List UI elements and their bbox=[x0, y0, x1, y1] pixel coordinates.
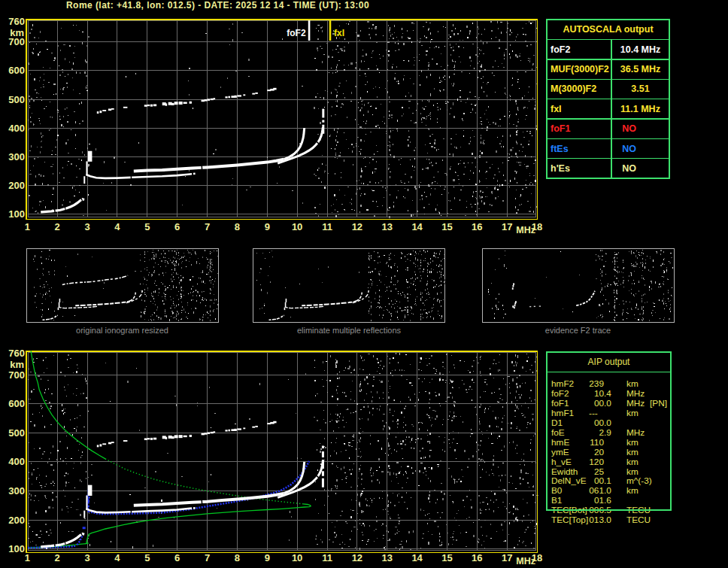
bottom-ionogram-plot: 123456789101112131415161718MHz1002003004… bbox=[0, 331, 548, 568]
svg-text:3: 3 bbox=[84, 221, 89, 232]
svg-text:700: 700 bbox=[8, 36, 25, 47]
svg-text:6: 6 bbox=[174, 221, 180, 232]
svg-text:8: 8 bbox=[235, 221, 240, 232]
autoscala-table-grid bbox=[546, 19, 670, 179]
thumbnail-evidence-f2-trace bbox=[482, 248, 675, 323]
svg-text:8: 8 bbox=[235, 552, 240, 563]
aip-param-unit: TECU bbox=[626, 515, 650, 525]
svg-text:600: 600 bbox=[8, 398, 25, 409]
svg-text:km: km bbox=[10, 359, 24, 370]
svg-text:17: 17 bbox=[502, 221, 512, 232]
noise-dots bbox=[28, 21, 538, 218]
svg-text:6: 6 bbox=[174, 552, 180, 563]
aip-param-value-int: 013 bbox=[589, 515, 604, 525]
svg-text:fxI: fxI bbox=[334, 28, 344, 38]
svg-text:300: 300 bbox=[8, 485, 25, 497]
svg-text:14: 14 bbox=[411, 221, 423, 232]
svg-text:4: 4 bbox=[114, 221, 120, 232]
aip-output-table: AIP output hmF2239kmfoF210.4MHzfoF100.0M… bbox=[547, 352, 671, 520]
svg-text:1: 1 bbox=[25, 552, 30, 563]
plot-frame: 123456789101112131415161718MHz1002003004… bbox=[8, 16, 542, 235]
svg-text:11: 11 bbox=[322, 552, 332, 563]
svg-text:10: 10 bbox=[292, 221, 302, 232]
axis-tick-labels: 123456789101112131415161718MHz1002003004… bbox=[8, 16, 542, 235]
svg-text:12: 12 bbox=[352, 552, 362, 563]
svg-text:14: 14 bbox=[411, 552, 423, 563]
svg-text:16: 16 bbox=[472, 221, 482, 232]
svg-text:17: 17 bbox=[502, 552, 512, 563]
profile-and-fit-curves bbox=[28, 351, 311, 548]
svg-text:MHz: MHz bbox=[516, 556, 535, 566]
svg-text:9: 9 bbox=[265, 221, 270, 232]
svg-text:5: 5 bbox=[144, 221, 150, 232]
svg-text:4: 4 bbox=[114, 552, 120, 563]
ionogram-traces bbox=[41, 88, 323, 212]
svg-text:1: 1 bbox=[25, 221, 30, 232]
svg-text:km: km bbox=[10, 27, 24, 38]
aip-param-label: TEC[Top] bbox=[547, 515, 589, 525]
grid-lines bbox=[28, 353, 535, 551]
noise-dots bbox=[28, 353, 538, 551]
frequency-markers: foF2fxI bbox=[287, 20, 344, 41]
autoscala-output-table: AUTOSCALA output foF210.4 MHzMUF(3000)F2… bbox=[547, 20, 669, 178]
autoscala-screen: Rome (lat: +41.8, lon: 012.5) - DATE: 20… bbox=[0, 0, 728, 568]
grid-lines bbox=[28, 21, 535, 217]
svg-text:100: 100 bbox=[8, 208, 25, 220]
svg-text:15: 15 bbox=[441, 221, 452, 232]
svg-text:200: 200 bbox=[8, 180, 25, 191]
svg-text:500: 500 bbox=[8, 427, 25, 439]
svg-text:foF2: foF2 bbox=[287, 28, 306, 38]
plot-frame: 123456789101112131415161718MHz1002003004… bbox=[8, 348, 542, 566]
svg-text:10: 10 bbox=[292, 552, 302, 563]
svg-text:3: 3 bbox=[84, 552, 89, 563]
svg-text:12: 12 bbox=[352, 221, 362, 232]
svg-text:400: 400 bbox=[8, 123, 25, 134]
svg-text:5: 5 bbox=[144, 552, 150, 563]
svg-text:200: 200 bbox=[8, 515, 25, 526]
svg-text:15: 15 bbox=[441, 552, 452, 563]
svg-text:300: 300 bbox=[8, 151, 25, 163]
svg-text:11: 11 bbox=[322, 221, 332, 232]
top-ionogram-plot: 123456789101112131415161718MHz1002003004… bbox=[0, 0, 548, 239]
svg-text:13: 13 bbox=[382, 221, 393, 232]
svg-text:7: 7 bbox=[205, 221, 210, 232]
aip-param-value-frac: .0 bbox=[604, 515, 626, 525]
svg-text:16: 16 bbox=[472, 552, 482, 563]
aip-table-grid bbox=[546, 351, 672, 511]
svg-text:500: 500 bbox=[8, 94, 25, 105]
svg-text:760: 760 bbox=[8, 348, 25, 359]
svg-text:7: 7 bbox=[205, 552, 210, 563]
thumbnail-eliminate-reflections bbox=[253, 248, 445, 323]
svg-text:MHz: MHz bbox=[516, 225, 535, 235]
svg-text:13: 13 bbox=[382, 552, 393, 563]
svg-text:2: 2 bbox=[55, 552, 60, 563]
svg-text:100: 100 bbox=[8, 543, 25, 554]
svg-text:400: 400 bbox=[8, 456, 25, 467]
thumbnail-original-ionogram bbox=[26, 248, 219, 323]
svg-text:760: 760 bbox=[8, 16, 25, 27]
aip-row-tectop: TEC[Top]013.0TECU bbox=[547, 515, 728, 525]
svg-text:2: 2 bbox=[55, 221, 60, 232]
svg-text:9: 9 bbox=[265, 552, 270, 563]
svg-text:700: 700 bbox=[8, 369, 25, 381]
svg-text:600: 600 bbox=[8, 65, 25, 76]
